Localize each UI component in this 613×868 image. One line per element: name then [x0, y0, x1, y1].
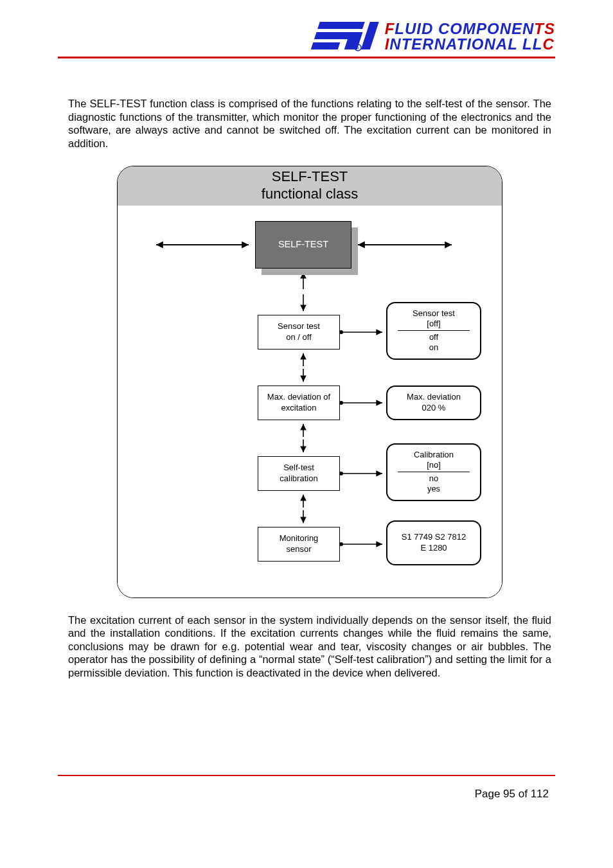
logo-line2: INTERNATIONAL LLC	[385, 37, 555, 52]
l2b: excitation	[258, 403, 339, 413]
l3a: Self-test	[258, 463, 339, 473]
svg-rect-1	[314, 32, 353, 39]
l1b: on / off	[258, 332, 339, 342]
description-paragraph: The excitation current of each sensor in…	[68, 614, 551, 680]
opt-monitoring: S1 7749 S2 7812 E 1280	[386, 520, 481, 565]
company-logo: R FLUID COMPONENTS INTERNATIONAL LLC	[305, 19, 555, 54]
logo-line1: FLUID COMPONENTS	[385, 21, 555, 37]
r4a: S1 7749 S2 7812	[387, 532, 480, 542]
r1c: off	[387, 332, 480, 342]
l4a: Monitoring	[258, 533, 339, 544]
fci-icon: R	[305, 19, 382, 54]
r2a: Max. deviation	[387, 392, 480, 402]
diagram-title-1: SELF-TEST	[118, 166, 502, 186]
main-block-label: SELF-TEST	[256, 238, 351, 250]
box-selftest-cal: Self-test calibration	[258, 456, 340, 491]
page-number: Page 95 of 112	[58, 776, 555, 801]
box-monitoring: Monitoring sensor	[258, 527, 340, 562]
l4b: sensor	[258, 544, 339, 554]
page-footer: Page 95 of 112	[58, 775, 555, 801]
r3d: yes	[387, 484, 480, 494]
main-block: SELF-TEST	[255, 221, 351, 269]
intro-paragraph: The SELF-TEST function class is comprise…	[68, 97, 551, 150]
r3b: [no]	[387, 460, 480, 470]
r3c: no	[387, 474, 480, 484]
svg-rect-2	[310, 42, 340, 49]
box-sensor-test: Sensor test on / off	[258, 315, 340, 350]
l3b: calibration	[258, 474, 339, 484]
opt-sensor-test: Sensor test [off] off on	[386, 302, 481, 360]
r4b: E 1280	[387, 543, 480, 553]
r2b: 020 %	[387, 403, 480, 413]
r1a: Sensor test	[387, 308, 480, 319]
document-page: R FLUID COMPONENTS INTERNATIONAL LLC The…	[0, 0, 613, 868]
r1d: on	[387, 342, 480, 353]
box-max-deviation: Max. deviation of excitation	[258, 385, 340, 420]
opt-calibration: Calibration [no] no yes	[386, 443, 481, 501]
svg-rect-0	[317, 22, 365, 29]
page-header: R FLUID COMPONENTS INTERNATIONAL LLC	[0, 0, 613, 54]
l1a: Sensor test	[258, 321, 339, 332]
r1b: [off]	[387, 319, 480, 329]
diagram-title-2: functional class	[118, 185, 502, 206]
l2a: Max. deviation of	[258, 392, 339, 402]
diagram-title: SELF-TEST functional class	[118, 166, 502, 206]
opt-max-deviation: Max. deviation 020 %	[386, 385, 481, 420]
selftest-diagram: SELF-TEST functional class SELF-TEST Sen…	[117, 166, 502, 598]
svg-text:R: R	[356, 46, 359, 50]
r3a: Calibration	[387, 450, 480, 460]
svg-rect-4	[360, 22, 378, 49]
page-content: The SELF-TEST function class is comprise…	[0, 58, 613, 680]
